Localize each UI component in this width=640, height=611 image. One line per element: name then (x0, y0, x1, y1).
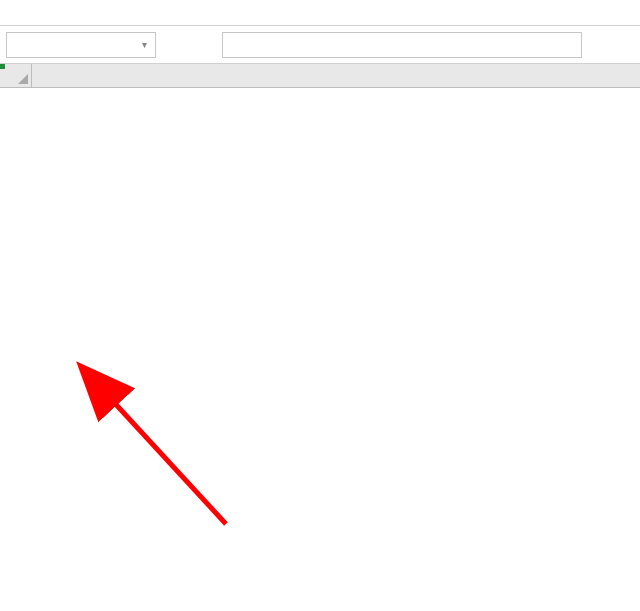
chevron-down-icon[interactable]: ▾ (142, 39, 147, 50)
column-headers (32, 64, 640, 88)
spreadsheet[interactable] (0, 64, 640, 611)
formula-input[interactable] (222, 32, 582, 58)
ribbon-item[interactable] (10, 6, 13, 20)
annotation-arrow (0, 64, 640, 611)
svg-line-1 (110, 398, 226, 524)
select-all-corner[interactable] (0, 64, 32, 88)
ribbon-strip (0, 0, 640, 26)
formula-bar-row: ▾ (0, 26, 640, 64)
name-box[interactable]: ▾ (6, 32, 156, 58)
